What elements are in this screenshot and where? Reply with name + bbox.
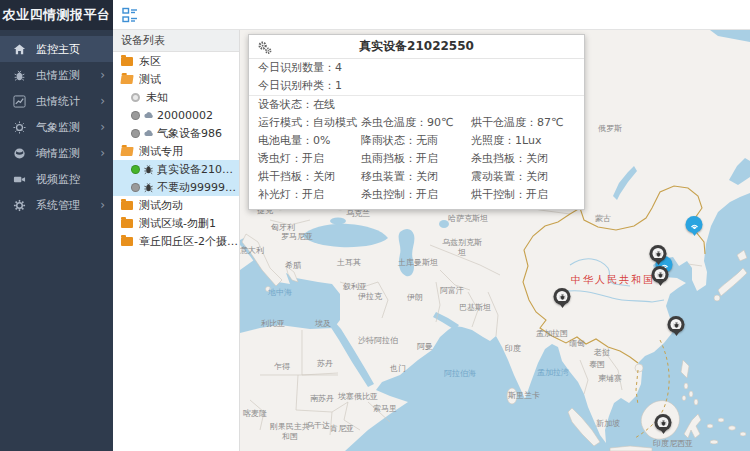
sidebar-item-label: 监控主页	[36, 42, 105, 57]
map-label-country: 新加坡	[596, 418, 620, 429]
map-label-country: 土库曼斯坦	[398, 257, 438, 268]
folder-open-icon	[120, 147, 133, 156]
tree-device-donttouch[interactable]: 不要动99999999	[113, 178, 239, 196]
map-label-country: 阿曼	[417, 341, 433, 352]
sidebar-item-label: 气象监测	[36, 120, 100, 135]
tree-toggle-icon[interactable]	[122, 7, 138, 23]
map-label-country: 沙特阿拉伯	[358, 335, 398, 346]
popup-stat: 光照度：1Lux	[471, 132, 584, 150]
tree-item-unknown[interactable]: 未知	[113, 88, 239, 106]
sun-icon	[12, 120, 26, 134]
status-dot-green	[131, 165, 140, 174]
map-label-country: 也门	[390, 363, 406, 374]
sidebar-item-label: 虫情统计	[36, 94, 100, 109]
popup-stat: 杀虫挡板：关闭	[471, 150, 584, 168]
map-label-china: 中华人民共和国	[571, 273, 655, 287]
popup-stat: 诱虫灯：开启	[258, 150, 361, 168]
map-label-country: 伊朗	[407, 292, 423, 303]
sidebar-item-soil-monitor[interactable]: 墒情监测 ›	[0, 140, 113, 166]
tree-label: 东区	[139, 54, 161, 69]
device-marker-insect[interactable]	[655, 414, 672, 431]
map-label-country: 喀麦隆	[243, 408, 267, 419]
folder-icon	[121, 237, 133, 246]
map-label-sea: 阿拉伯海	[444, 368, 476, 379]
chevron-right-icon: ›	[100, 147, 105, 159]
bug-icon	[655, 269, 666, 280]
tree-device-weather986[interactable]: 气象设备986	[113, 124, 239, 142]
popup-stat: 烘干仓温度：87℃	[471, 114, 584, 132]
map-label-country: 埃塞俄比亚	[338, 391, 378, 402]
map-label-country: 罗马尼亚	[281, 231, 313, 242]
topbar	[113, 0, 750, 30]
tree-folder-test[interactable]: 测试	[113, 70, 239, 88]
popup-stat: 虫雨挡板：开启	[361, 150, 471, 168]
map-label-sea: 孟加拉湾	[537, 367, 569, 378]
globe-icon	[12, 146, 26, 160]
tree-folder-test-nomove[interactable]: 测试勿动	[113, 196, 239, 214]
sidebar-item-system-admin[interactable]: 系统管理 ›	[0, 192, 113, 218]
tree-folder-zhangqiu[interactable]: 章丘阳丘区-2个摄像头	[113, 232, 239, 250]
chevron-right-icon: ›	[100, 95, 105, 107]
device-marker-insect[interactable]	[554, 288, 571, 305]
device-marker-weather[interactable]	[686, 216, 703, 233]
map-label-country: 苏丹	[317, 358, 333, 369]
popup-header: 真实设备21022550	[249, 35, 584, 59]
tree-device-20000002[interactable]: 20000002	[113, 106, 239, 124]
tree-label: 测试	[139, 72, 161, 87]
signal-icon	[689, 219, 700, 230]
map-label-country: 蒙古	[595, 213, 611, 224]
app-title: 农业四情测报平台	[0, 0, 113, 30]
gears-settings-icon[interactable]	[257, 40, 272, 55]
sidebar: 农业四情测报平台 监控主页 虫情监测 › 虫情统计 › 气象监测 ›	[0, 0, 113, 451]
map-label-country: 哈萨克斯坦	[448, 213, 488, 224]
tree-folder-test-area[interactable]: 测试区域-勿删1	[113, 214, 239, 232]
device-marker-insect[interactable]	[668, 316, 685, 333]
map-label-country: 索马里	[373, 403, 397, 414]
sidebar-item-video-monitor[interactable]: 视频监控	[0, 166, 113, 192]
map-area: 俄罗斯 蒙古 哈萨克斯坦 乌克兰 捷克 匈牙利 罗马尼亚 意大利 希腊 土耳其 …	[240, 30, 750, 451]
device-marker-insect[interactable]	[652, 266, 669, 283]
tree-label: 测试专用	[139, 144, 183, 159]
bug-icon	[12, 68, 26, 82]
map-label-country: 孟加拉国	[536, 328, 568, 339]
tree-label: 测试区域-勿删1	[139, 216, 216, 231]
weather-device-icon	[143, 128, 154, 139]
sidebar-item-weather-monitor[interactable]: 气象监测 ›	[0, 114, 113, 140]
folder-icon	[121, 57, 133, 66]
device-marker-insect[interactable]	[650, 245, 667, 262]
map-label-country: 柬埔寨	[598, 373, 622, 384]
map-label-country: 肯尼亚	[330, 423, 354, 434]
map-label-country: 利比亚	[261, 318, 285, 329]
tree-folder-east[interactable]: 东区	[113, 52, 239, 70]
popup-stat: 烘干控制：开启	[471, 186, 584, 204]
sidebar-item-monitor-home[interactable]: 监控主页	[0, 36, 113, 62]
map-label-country: 乌兹别克斯坦	[439, 238, 485, 257]
status-dot-gray	[131, 129, 140, 138]
map-label-country: 泰国	[589, 359, 605, 370]
map-label-country: 乍得	[274, 361, 290, 372]
folder-icon	[121, 219, 133, 228]
insect-device-icon	[143, 182, 154, 193]
popup-stat: 电池电量：0%	[258, 132, 361, 150]
popup-title: 真实设备21022550	[249, 38, 584, 55]
tree-label: 真实设备21022550	[157, 162, 239, 177]
weather-device-icon	[143, 110, 154, 121]
popup-stat: 移虫装置：关闭	[361, 168, 471, 186]
unknown-device-icon	[131, 93, 140, 102]
tree-folder-test-special[interactable]: 测试专用	[113, 142, 239, 160]
tree-device-real-21022550[interactable]: 真实设备21022550	[113, 160, 239, 178]
device-info-popup: 真实设备21022550 今日识别数量：4 今日识别种类：1 设备状态：在线 运…	[248, 34, 585, 210]
popup-stat: 杀虫控制：开启	[361, 186, 471, 204]
chevron-right-icon: ›	[100, 121, 105, 133]
app-window: 农业四情测报平台 监控主页 虫情监测 › 虫情统计 › 气象监测 ›	[0, 0, 750, 451]
popup-stat-count: 今日识别数量：4	[249, 59, 584, 77]
sidebar-item-insect-stats[interactable]: 虫情统计 ›	[0, 88, 113, 114]
popup-stat: 降雨状态：无雨	[361, 132, 471, 150]
map-label-country: 老挝	[594, 347, 610, 358]
map-label-country: 伊拉克	[358, 291, 382, 302]
sidebar-item-insect-monitor[interactable]: 虫情监测 ›	[0, 62, 113, 88]
chevron-right-icon: ›	[100, 69, 105, 81]
sidebar-menu: 监控主页 虫情监测 › 虫情统计 › 气象监测 › 墒情监测 ›	[0, 30, 113, 218]
popup-stat: 补光灯：开启	[258, 186, 361, 204]
popup-device-status: 设备状态：在线	[249, 96, 584, 114]
